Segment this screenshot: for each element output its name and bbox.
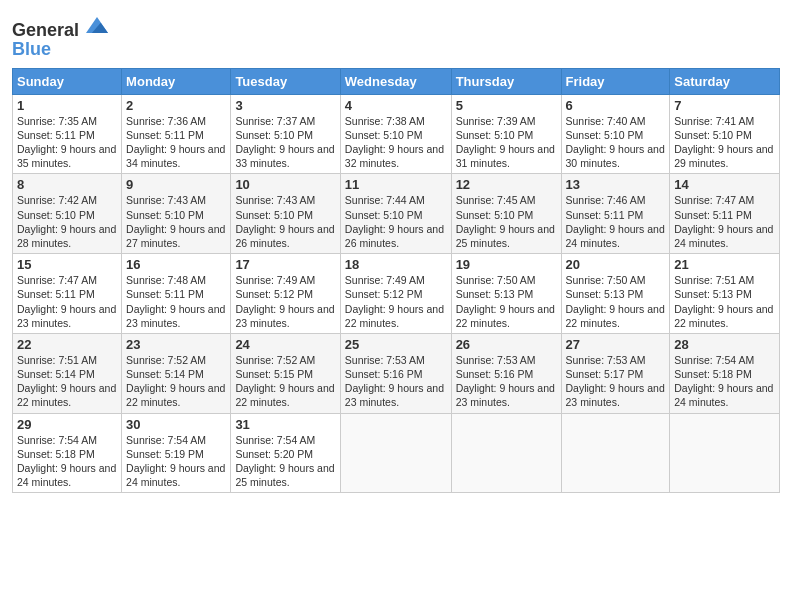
day-info: Sunrise: 7:47 AMSunset: 5:11 PMDaylight:…: [674, 194, 773, 249]
calendar-cell: 19 Sunrise: 7:50 AMSunset: 5:13 PMDaylig…: [451, 254, 561, 334]
calendar-week-4: 22 Sunrise: 7:51 AMSunset: 5:14 PMDaylig…: [13, 333, 780, 413]
day-number: 14: [674, 177, 775, 192]
calendar-cell: 27 Sunrise: 7:53 AMSunset: 5:17 PMDaylig…: [561, 333, 670, 413]
day-info: Sunrise: 7:49 AMSunset: 5:12 PMDaylight:…: [235, 274, 334, 329]
day-number: 29: [17, 417, 117, 432]
calendar-header-row: SundayMondayTuesdayWednesdayThursdayFrid…: [13, 68, 780, 94]
calendar-cell: 29 Sunrise: 7:54 AMSunset: 5:18 PMDaylig…: [13, 413, 122, 493]
day-number: 30: [126, 417, 226, 432]
calendar-cell: 7 Sunrise: 7:41 AMSunset: 5:10 PMDayligh…: [670, 94, 780, 174]
day-header-tuesday: Tuesday: [231, 68, 340, 94]
calendar-cell: 11 Sunrise: 7:44 AMSunset: 5:10 PMDaylig…: [340, 174, 451, 254]
calendar-cell: 20 Sunrise: 7:50 AMSunset: 5:13 PMDaylig…: [561, 254, 670, 334]
day-info: Sunrise: 7:45 AMSunset: 5:10 PMDaylight:…: [456, 194, 555, 249]
calendar-cell: 23 Sunrise: 7:52 AMSunset: 5:14 PMDaylig…: [122, 333, 231, 413]
day-header-sunday: Sunday: [13, 68, 122, 94]
calendar-cell: 8 Sunrise: 7:42 AMSunset: 5:10 PMDayligh…: [13, 174, 122, 254]
day-number: 7: [674, 98, 775, 113]
day-number: 28: [674, 337, 775, 352]
day-info: Sunrise: 7:53 AMSunset: 5:16 PMDaylight:…: [456, 354, 555, 409]
day-info: Sunrise: 7:52 AMSunset: 5:14 PMDaylight:…: [126, 354, 225, 409]
day-header-wednesday: Wednesday: [340, 68, 451, 94]
calendar-cell: 1 Sunrise: 7:35 AMSunset: 5:11 PMDayligh…: [13, 94, 122, 174]
day-number: 1: [17, 98, 117, 113]
day-info: Sunrise: 7:47 AMSunset: 5:11 PMDaylight:…: [17, 274, 116, 329]
calendar-cell: [561, 413, 670, 493]
day-info: Sunrise: 7:38 AMSunset: 5:10 PMDaylight:…: [345, 115, 444, 170]
day-info: Sunrise: 7:49 AMSunset: 5:12 PMDaylight:…: [345, 274, 444, 329]
day-number: 24: [235, 337, 335, 352]
day-info: Sunrise: 7:46 AMSunset: 5:11 PMDaylight:…: [566, 194, 665, 249]
calendar-cell: [670, 413, 780, 493]
calendar-cell: 28 Sunrise: 7:54 AMSunset: 5:18 PMDaylig…: [670, 333, 780, 413]
day-info: Sunrise: 7:54 AMSunset: 5:18 PMDaylight:…: [17, 434, 116, 489]
day-info: Sunrise: 7:51 AMSunset: 5:13 PMDaylight:…: [674, 274, 773, 329]
day-info: Sunrise: 7:43 AMSunset: 5:10 PMDaylight:…: [235, 194, 334, 249]
calendar-cell: 17 Sunrise: 7:49 AMSunset: 5:12 PMDaylig…: [231, 254, 340, 334]
calendar-cell: 6 Sunrise: 7:40 AMSunset: 5:10 PMDayligh…: [561, 94, 670, 174]
day-info: Sunrise: 7:54 AMSunset: 5:18 PMDaylight:…: [674, 354, 773, 409]
day-number: 17: [235, 257, 335, 272]
day-info: Sunrise: 7:41 AMSunset: 5:10 PMDaylight:…: [674, 115, 773, 170]
day-header-saturday: Saturday: [670, 68, 780, 94]
calendar-cell: 31 Sunrise: 7:54 AMSunset: 5:20 PMDaylig…: [231, 413, 340, 493]
calendar-cell: 9 Sunrise: 7:43 AMSunset: 5:10 PMDayligh…: [122, 174, 231, 254]
day-number: 20: [566, 257, 666, 272]
day-number: 23: [126, 337, 226, 352]
calendar-cell: 14 Sunrise: 7:47 AMSunset: 5:11 PMDaylig…: [670, 174, 780, 254]
day-number: 4: [345, 98, 447, 113]
calendar-week-3: 15 Sunrise: 7:47 AMSunset: 5:11 PMDaylig…: [13, 254, 780, 334]
day-header-friday: Friday: [561, 68, 670, 94]
day-number: 6: [566, 98, 666, 113]
day-number: 25: [345, 337, 447, 352]
day-number: 18: [345, 257, 447, 272]
logo-blue: Blue: [12, 39, 51, 60]
day-number: 13: [566, 177, 666, 192]
day-info: Sunrise: 7:36 AMSunset: 5:11 PMDaylight:…: [126, 115, 225, 170]
calendar-cell: 15 Sunrise: 7:47 AMSunset: 5:11 PMDaylig…: [13, 254, 122, 334]
day-number: 22: [17, 337, 117, 352]
header: General Blue: [12, 10, 780, 60]
day-number: 11: [345, 177, 447, 192]
day-info: Sunrise: 7:44 AMSunset: 5:10 PMDaylight:…: [345, 194, 444, 249]
day-info: Sunrise: 7:48 AMSunset: 5:11 PMDaylight:…: [126, 274, 225, 329]
calendar-cell: [451, 413, 561, 493]
calendar-cell: 10 Sunrise: 7:43 AMSunset: 5:10 PMDaylig…: [231, 174, 340, 254]
day-info: Sunrise: 7:54 AMSunset: 5:20 PMDaylight:…: [235, 434, 334, 489]
day-number: 8: [17, 177, 117, 192]
logo-text: General: [12, 14, 108, 41]
day-info: Sunrise: 7:50 AMSunset: 5:13 PMDaylight:…: [456, 274, 555, 329]
logo-icon: [86, 14, 108, 36]
calendar-cell: 5 Sunrise: 7:39 AMSunset: 5:10 PMDayligh…: [451, 94, 561, 174]
day-info: Sunrise: 7:40 AMSunset: 5:10 PMDaylight:…: [566, 115, 665, 170]
day-info: Sunrise: 7:37 AMSunset: 5:10 PMDaylight:…: [235, 115, 334, 170]
calendar-cell: [340, 413, 451, 493]
calendar-week-2: 8 Sunrise: 7:42 AMSunset: 5:10 PMDayligh…: [13, 174, 780, 254]
main-container: General Blue SundayMondayTuesdayWed: [0, 0, 792, 503]
day-number: 2: [126, 98, 226, 113]
day-number: 12: [456, 177, 557, 192]
calendar-cell: 24 Sunrise: 7:52 AMSunset: 5:15 PMDaylig…: [231, 333, 340, 413]
day-info: Sunrise: 7:53 AMSunset: 5:16 PMDaylight:…: [345, 354, 444, 409]
calendar-cell: 4 Sunrise: 7:38 AMSunset: 5:10 PMDayligh…: [340, 94, 451, 174]
day-number: 27: [566, 337, 666, 352]
day-info: Sunrise: 7:35 AMSunset: 5:11 PMDaylight:…: [17, 115, 116, 170]
calendar-cell: 25 Sunrise: 7:53 AMSunset: 5:16 PMDaylig…: [340, 333, 451, 413]
day-number: 5: [456, 98, 557, 113]
day-info: Sunrise: 7:42 AMSunset: 5:10 PMDaylight:…: [17, 194, 116, 249]
day-info: Sunrise: 7:54 AMSunset: 5:19 PMDaylight:…: [126, 434, 225, 489]
day-header-monday: Monday: [122, 68, 231, 94]
day-number: 16: [126, 257, 226, 272]
calendar-cell: 2 Sunrise: 7:36 AMSunset: 5:11 PMDayligh…: [122, 94, 231, 174]
day-info: Sunrise: 7:39 AMSunset: 5:10 PMDaylight:…: [456, 115, 555, 170]
calendar-cell: 22 Sunrise: 7:51 AMSunset: 5:14 PMDaylig…: [13, 333, 122, 413]
day-number: 9: [126, 177, 226, 192]
calendar-cell: 21 Sunrise: 7:51 AMSunset: 5:13 PMDaylig…: [670, 254, 780, 334]
day-number: 21: [674, 257, 775, 272]
calendar-cell: 30 Sunrise: 7:54 AMSunset: 5:19 PMDaylig…: [122, 413, 231, 493]
day-number: 31: [235, 417, 335, 432]
day-number: 15: [17, 257, 117, 272]
day-number: 10: [235, 177, 335, 192]
day-header-thursday: Thursday: [451, 68, 561, 94]
calendar-cell: 18 Sunrise: 7:49 AMSunset: 5:12 PMDaylig…: [340, 254, 451, 334]
